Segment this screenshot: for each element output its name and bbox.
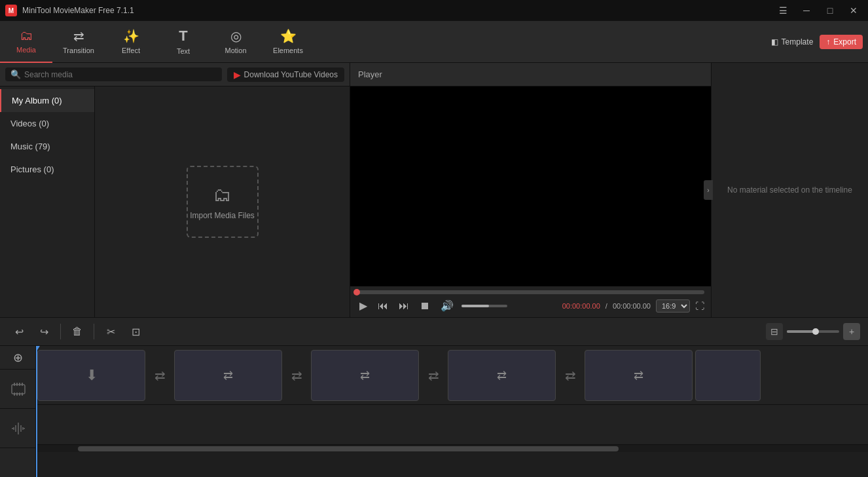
- minimize-button[interactable]: ─: [797, 3, 816, 18]
- zoom-in-button[interactable]: +: [843, 323, 860, 340]
- sidebar-item-my-album[interactable]: My Album (0): [0, 89, 94, 112]
- add-track-button[interactable]: ⊕: [0, 346, 36, 370]
- folder-icon: 🗂: [213, 184, 232, 206]
- close-button[interactable]: ✕: [844, 3, 863, 18]
- panel-toggle[interactable]: ›: [704, 180, 713, 200]
- left-panel: 🔍 ▶ Download YouTube Videos My Album (0)…: [0, 63, 350, 317]
- export-label: Export: [833, 37, 856, 47]
- transition-2-icon: ⇄: [291, 368, 302, 383]
- player-label: Player: [358, 69, 703, 79]
- video-clip-5[interactable]: ⇄: [585, 350, 693, 401]
- app-title: MiniTool MovieMaker Free 7.1.1: [22, 6, 769, 15]
- toolbar-item-motion[interactable]: ◎ Motion: [209, 21, 262, 63]
- delete-button[interactable]: 🗑: [66, 320, 88, 343]
- videos-label: Videos (0): [10, 119, 49, 128]
- transition-3[interactable]: ⇄: [420, 350, 446, 401]
- media-area: 🗂 Import Media Files: [95, 86, 350, 317]
- template-button[interactable]: ◧ Template: [765, 35, 820, 49]
- progress-bar[interactable]: [357, 290, 704, 294]
- toolbar: 🗂 Media ⇄ Transition ✨ Effect T Text ◎ M…: [0, 21, 868, 63]
- audio-track-icon: [11, 421, 26, 436]
- pictures-label: Pictures (0): [10, 164, 54, 174]
- media-label: Media: [16, 46, 36, 54]
- volume-fill: [461, 305, 489, 307]
- export-button[interactable]: ↑ Export: [820, 35, 863, 49]
- cut-button[interactable]: ✂: [99, 320, 122, 343]
- volume-button[interactable]: 🔊: [438, 298, 456, 313]
- menu-button[interactable]: ☰: [774, 3, 792, 18]
- maximize-button[interactable]: □: [821, 3, 839, 18]
- left-content: My Album (0) Videos (0) Music (79) Pictu…: [0, 86, 350, 317]
- crop-button[interactable]: ⊡: [124, 320, 147, 343]
- app-icon: M: [5, 5, 17, 16]
- toolbar-item-text[interactable]: T Text: [157, 21, 209, 63]
- transition-4-icon: ⇄: [565, 368, 576, 383]
- transition-1[interactable]: ⇄: [147, 350, 173, 401]
- video-track-icon: [11, 382, 26, 396]
- timeline: ⊕: [0, 346, 868, 477]
- toolbar-item-elements[interactable]: ⭐ Elements: [262, 21, 314, 63]
- download-youtube-label: Download YouTube Videos: [244, 70, 338, 79]
- media-toolbar: 🔍 ▶ Download YouTube Videos: [0, 63, 350, 86]
- controls-row: ▶ ⏮ ⏭ ⏹ 🔊 00:00:00.00 / 00:00:00.00 16:9…: [357, 298, 704, 313]
- video-clip-6[interactable]: [695, 350, 761, 401]
- template-label: Template: [782, 37, 814, 47]
- video-track-button[interactable]: [0, 370, 36, 409]
- prev-button[interactable]: ⏮: [375, 299, 391, 313]
- sidebar: My Album (0) Videos (0) Music (79) Pictu…: [0, 86, 95, 317]
- undo-button[interactable]: ↩: [8, 320, 30, 343]
- timeline-content: ⬇ ⇄ ⇄ ⇄ ⇄ ⇄ ⇄: [36, 346, 868, 477]
- template-icon: ◧: [771, 37, 778, 47]
- svg-rect-5: [14, 392, 15, 396]
- svg-rect-2: [16, 383, 18, 386]
- aspect-ratio-select[interactable]: 16:9 4:3 1:1 9:16: [656, 299, 690, 313]
- timeline-scrollbar[interactable]: [36, 444, 868, 452]
- video-clip-4[interactable]: ⇄: [448, 350, 556, 401]
- volume-slider[interactable]: [461, 305, 507, 307]
- svg-rect-8: [22, 392, 23, 396]
- transition-2[interactable]: ⇄: [283, 350, 310, 401]
- video-canvas: [350, 86, 711, 286]
- transition-3-icon: ⇄: [428, 368, 439, 383]
- divider-1: [60, 324, 61, 339]
- import-media-button[interactable]: 🗂 Import Media Files: [187, 166, 259, 238]
- right-panel: › No material selected on the timeline: [711, 63, 868, 317]
- audio-track-button[interactable]: [0, 409, 36, 448]
- sidebar-item-videos[interactable]: Videos (0): [0, 112, 94, 135]
- toolbar-item-effect[interactable]: ✨ Effect: [105, 21, 157, 63]
- video-clip-2[interactable]: ⇄: [174, 350, 282, 401]
- media-icon: 🗂: [20, 28, 33, 43]
- effect-icon: ✨: [123, 28, 139, 44]
- sidebar-item-music[interactable]: Music (79): [0, 135, 94, 158]
- playhead[interactable]: [36, 346, 37, 477]
- toolbar-item-media[interactable]: 🗂 Media: [0, 21, 52, 63]
- fullscreen-button[interactable]: ⛶: [695, 301, 704, 311]
- motion-label: Motion: [225, 47, 246, 54]
- motion-icon: ◎: [230, 28, 242, 44]
- zoom-fill: [787, 330, 816, 333]
- sidebar-item-pictures[interactable]: Pictures (0): [0, 158, 94, 181]
- search-box: 🔍: [5, 67, 222, 81]
- toolbar-item-transition[interactable]: ⇄ Transition: [52, 21, 105, 63]
- elements-label: Elements: [273, 47, 303, 54]
- svg-rect-6: [16, 392, 18, 396]
- redo-button[interactable]: ↪: [33, 320, 55, 343]
- search-icon: 🔍: [10, 69, 21, 79]
- zoom-out-button[interactable]: ⊟: [766, 323, 783, 340]
- transition-label: Transition: [63, 47, 94, 54]
- video-clip-3[interactable]: ⇄: [311, 350, 419, 401]
- stop-button[interactable]: ⏹: [417, 299, 433, 313]
- next-button[interactable]: ⏭: [396, 299, 412, 313]
- zoom-slider[interactable]: [787, 330, 839, 333]
- time-separator: /: [606, 302, 607, 310]
- scrollbar-thumb[interactable]: [78, 446, 619, 451]
- progress-knob[interactable]: [353, 289, 360, 296]
- transition-4[interactable]: ⇄: [557, 350, 583, 401]
- search-input[interactable]: [24, 70, 217, 79]
- video-clip-1[interactable]: ⬇: [37, 350, 145, 401]
- download-youtube-button[interactable]: ▶ Download YouTube Videos: [227, 67, 344, 82]
- player-controls: ▶ ⏮ ⏭ ⏹ 🔊 00:00:00.00 / 00:00:00.00 16:9…: [350, 286, 711, 317]
- clip-3-icon: ⇄: [360, 368, 370, 383]
- play-button[interactable]: ▶: [357, 298, 370, 313]
- zoom-knob[interactable]: [812, 328, 819, 335]
